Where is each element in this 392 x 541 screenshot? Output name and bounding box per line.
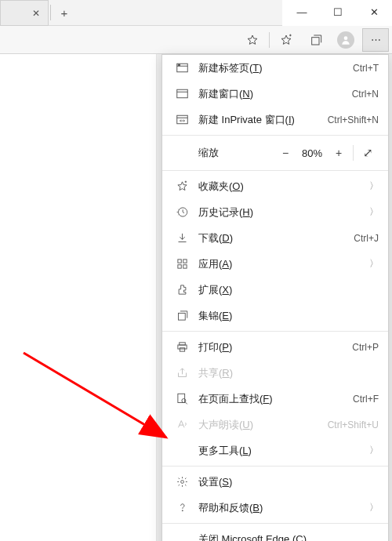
menu-help[interactable]: 帮助和反馈(B) 〉: [162, 495, 388, 521]
apps-icon: [173, 258, 191, 270]
zoom-label: 缩放: [173, 146, 274, 160]
menu-label: 设置(S): [191, 475, 379, 489]
menu-label: 在页面上查找(F): [191, 392, 353, 406]
menu-shortcut: Ctrl+N: [352, 89, 379, 100]
menu-find[interactable]: 在页面上查找(F) Ctrl+F: [162, 386, 388, 412]
menu-label: 收藏夹(O): [191, 180, 368, 194]
menu-label: 集锦(E): [191, 309, 379, 323]
extensions-icon: [173, 284, 191, 296]
menu-zoom: 缩放 − 80% + ⤢: [162, 138, 388, 168]
download-icon: [173, 232, 191, 244]
new-tab-icon: [173, 63, 191, 73]
settings-icon: [173, 476, 191, 488]
chevron-right-icon: 〉: [368, 180, 379, 193]
svg-rect-15: [183, 260, 186, 263]
profile-avatar[interactable]: [332, 28, 359, 52]
close-icon: ✕: [370, 6, 379, 18]
menu-shortcut: Ctrl+F: [353, 394, 379, 405]
collections-icon[interactable]: [303, 28, 329, 52]
svg-rect-14: [177, 260, 180, 263]
menu-label: 共享(R): [191, 366, 379, 380]
svg-rect-17: [183, 265, 186, 268]
maximize-icon: ☐: [333, 6, 343, 18]
menu-label: 新建 InPrivate 窗口(I): [191, 113, 328, 127]
menu-label: 打印(P): [191, 340, 352, 354]
menu-new-tab[interactable]: 新建标签页(T) Ctrl+T: [162, 55, 388, 81]
menu-new-inprivate[interactable]: 新建 InPrivate 窗口(I) Ctrl+Shift+N: [162, 107, 388, 133]
window-close[interactable]: ✕: [356, 0, 392, 24]
svg-point-25: [180, 481, 183, 484]
chevron-right-icon: 〉: [368, 205, 379, 219]
svg-rect-2: [312, 37, 319, 44]
svg-line-24: [185, 402, 187, 405]
zoom-out-button[interactable]: −: [274, 147, 296, 159]
svg-rect-7: [176, 89, 187, 98]
new-tab-button[interactable]: +: [53, 0, 76, 25]
menu-shortcut: Ctrl+P: [352, 342, 379, 353]
minimize-icon: —: [297, 6, 307, 18]
chevron-right-icon: 〉: [368, 501, 379, 514]
zoom-value: 80%: [296, 147, 328, 159]
menu-shortcut: Ctrl+Shift+U: [328, 419, 379, 430]
share-icon: [173, 367, 191, 379]
window-minimize[interactable]: —: [284, 0, 320, 24]
fullscreen-button[interactable]: ⤢: [357, 146, 379, 160]
svg-point-3: [344, 36, 348, 40]
menu-label: 下载(D): [191, 231, 354, 245]
read-aloud-icon: [173, 419, 191, 430]
menu-close-edge[interactable]: 关闭 Microsoft Edge (C): [162, 526, 388, 541]
menu-collections[interactable]: 集锦(E): [162, 303, 388, 329]
help-icon: [173, 502, 191, 514]
menu-label: 大声朗读(U): [191, 418, 328, 432]
svg-rect-16: [177, 265, 180, 268]
tab-close-icon[interactable]: ✕: [32, 8, 40, 19]
collections-icon: [173, 310, 191, 321]
menu-label: 关闭 Microsoft Edge (C): [173, 532, 379, 542]
chevron-right-icon: 〉: [368, 257, 379, 270]
history-icon: [173, 206, 191, 218]
toolbar: ⋯: [0, 26, 392, 54]
settings-menu: 新建标签页(T) Ctrl+T 新建窗口(N) Ctrl+N 新建 InPriv…: [162, 54, 389, 541]
menu-share: 共享(R): [162, 360, 388, 386]
menu-label: 扩展(X): [191, 283, 379, 297]
svg-point-26: [182, 510, 183, 511]
menu-label: 新建窗口(N): [191, 87, 352, 101]
svg-rect-18: [178, 313, 185, 320]
menu-shortcut: Ctrl+J: [354, 233, 379, 244]
menu-shortcut: Ctrl+Shift+N: [328, 114, 379, 125]
svg-rect-21: [180, 348, 184, 351]
menu-downloads[interactable]: 下载(D) Ctrl+J: [162, 225, 388, 251]
inprivate-icon: [173, 114, 191, 125]
window-maximize[interactable]: ☐: [320, 0, 356, 24]
menu-settings[interactable]: 设置(S): [162, 469, 388, 495]
svg-rect-6: [178, 64, 180, 66]
menu-print[interactable]: 打印(P) Ctrl+P: [162, 334, 388, 360]
browser-tab[interactable]: ✕: [0, 0, 49, 26]
svg-rect-22: [177, 394, 184, 402]
menu-label: 帮助和反馈(B): [191, 501, 368, 515]
print-icon: [173, 341, 191, 353]
menu-label: 新建标签页(T): [191, 61, 353, 75]
menu-shortcut: Ctrl+T: [353, 63, 379, 74]
address-star-icon[interactable]: [239, 28, 266, 52]
menu-apps[interactable]: 应用(A) 〉: [162, 251, 388, 277]
chevron-right-icon: 〉: [368, 444, 379, 457]
menu-favorites[interactable]: 收藏夹(O) 〉: [162, 173, 388, 199]
favorites-icon: [173, 180, 191, 192]
tabs-bar: ✕ +: [0, 0, 282, 26]
svg-point-23: [181, 399, 185, 403]
svg-rect-20: [177, 345, 186, 349]
more-menu-button[interactable]: ⋯: [362, 28, 389, 52]
content-pane: [0, 54, 157, 541]
menu-history[interactable]: 历史记录(H) 〉: [162, 199, 388, 225]
find-icon: [173, 393, 191, 405]
menu-more-tools[interactable]: 更多工具(L) 〉: [162, 438, 388, 463]
menu-extensions[interactable]: 扩展(X): [162, 277, 388, 303]
menu-label: 应用(A): [191, 257, 368, 271]
menu-new-window[interactable]: 新建窗口(N) Ctrl+N: [162, 81, 388, 107]
zoom-in-button[interactable]: +: [328, 147, 350, 159]
favorites-icon[interactable]: [273, 28, 299, 52]
new-window-icon: [173, 89, 191, 99]
menu-read-aloud: 大声朗读(U) Ctrl+Shift+U: [162, 412, 388, 438]
svg-rect-9: [176, 115, 187, 124]
